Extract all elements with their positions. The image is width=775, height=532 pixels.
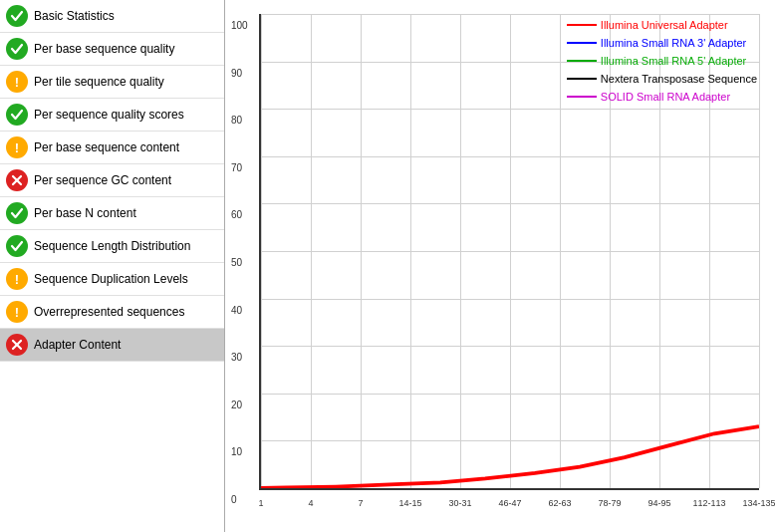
x-tick-7: 78-79 bbox=[598, 498, 621, 508]
y-tick-80: 80 bbox=[231, 115, 242, 126]
status-icon-sequence-duplication-levels: ! bbox=[6, 268, 28, 290]
sidebar-item-per-tile-sequence-quality[interactable]: !Per tile sequence quality bbox=[0, 66, 224, 99]
y-tick-30: 30 bbox=[231, 352, 242, 363]
svg-text:!: ! bbox=[15, 75, 19, 90]
x-tick-10: 134-135 bbox=[742, 498, 775, 508]
svg-point-11 bbox=[8, 237, 26, 255]
status-icon-basic-statistics bbox=[6, 5, 28, 27]
x-tick-5: 46-47 bbox=[498, 498, 521, 508]
sidebar-item-per-base-sequence-quality[interactable]: Per base sequence quality bbox=[0, 33, 224, 66]
status-icon-sequence-length-distribution bbox=[6, 235, 28, 257]
sidebar-label-overrepresented-sequences: Overrepresented sequences bbox=[34, 305, 184, 319]
sidebar: Basic StatisticsPer base sequence qualit… bbox=[0, 0, 225, 532]
svg-text:!: ! bbox=[15, 272, 19, 287]
legend-label-4: SOLID Small RNA Adapter bbox=[601, 88, 730, 106]
legend-item-3: Nextera Transposase Sequence bbox=[567, 70, 757, 88]
sidebar-label-adapter-content: Adapter Content bbox=[34, 338, 121, 352]
chart-legend: Illumina Universal AdapterIllumina Small… bbox=[567, 16, 757, 106]
y-tick-10: 10 bbox=[231, 446, 242, 457]
legend-label-0: Illumina Universal Adapter bbox=[601, 16, 728, 34]
sidebar-item-per-base-sequence-content[interactable]: !Per base sequence content bbox=[0, 132, 224, 164]
sidebar-label-basic-statistics: Basic Statistics bbox=[34, 9, 115, 23]
x-tick-6: 62-63 bbox=[548, 498, 571, 508]
status-icon-adapter-content bbox=[6, 334, 28, 356]
legend-item-1: Illumina Small RNA 3' Adapter bbox=[567, 34, 757, 52]
status-icon-per-tile-sequence-quality: ! bbox=[6, 71, 28, 93]
legend-line-3 bbox=[567, 78, 597, 80]
sidebar-item-sequence-length-distribution[interactable]: Sequence Length Distribution bbox=[0, 230, 224, 263]
sidebar-label-per-base-sequence-content: Per base sequence content bbox=[34, 140, 179, 154]
svg-point-1 bbox=[8, 40, 26, 58]
y-tick-50: 50 bbox=[231, 257, 242, 268]
chart-area: 010203040506070809010014714-1530-3146-47… bbox=[229, 10, 767, 524]
legend-line-1 bbox=[567, 42, 597, 44]
x-tick-2: 7 bbox=[358, 498, 363, 508]
main-content: 010203040506070809010014714-1530-3146-47… bbox=[225, 0, 775, 532]
svg-point-4 bbox=[8, 106, 26, 124]
legend-line-2 bbox=[567, 60, 597, 62]
status-icon-per-base-sequence-content: ! bbox=[6, 136, 28, 158]
y-tick-0: 0 bbox=[231, 494, 237, 505]
adapter-curve bbox=[261, 426, 759, 488]
sidebar-item-per-sequence-quality-scores[interactable]: Per sequence quality scores bbox=[0, 99, 224, 132]
y-tick-90: 90 bbox=[231, 67, 242, 78]
legend-label-2: Illumina Small RNA 5' Adapter bbox=[601, 52, 746, 70]
status-icon-overrepresented-sequences: ! bbox=[6, 301, 28, 323]
x-tick-0: 1 bbox=[258, 498, 263, 508]
status-icon-per-sequence-gc-content bbox=[6, 169, 28, 191]
x-tick-9: 112-113 bbox=[692, 498, 725, 508]
sidebar-label-per-sequence-quality-scores: Per sequence quality scores bbox=[34, 108, 184, 122]
sidebar-item-per-base-n-content[interactable]: Per base N content bbox=[0, 197, 224, 230]
x-tick-8: 94-95 bbox=[647, 498, 670, 508]
x-tick-1: 4 bbox=[308, 498, 313, 508]
svg-text:!: ! bbox=[15, 305, 19, 320]
svg-text:!: ! bbox=[15, 140, 19, 155]
legend-item-2: Illumina Small RNA 5' Adapter bbox=[567, 52, 757, 70]
sidebar-item-overrepresented-sequences[interactable]: !Overrepresented sequences bbox=[0, 296, 224, 329]
y-tick-70: 70 bbox=[231, 161, 242, 172]
sidebar-item-sequence-duplication-levels[interactable]: !Sequence Duplication Levels bbox=[0, 263, 224, 296]
svg-point-10 bbox=[8, 204, 26, 222]
legend-label-3: Nextera Transposase Sequence bbox=[601, 70, 757, 88]
legend-line-4 bbox=[567, 96, 597, 98]
x-tick-4: 30-31 bbox=[448, 498, 471, 508]
sidebar-item-adapter-content[interactable]: Adapter Content bbox=[0, 329, 224, 362]
sidebar-label-per-base-sequence-quality: Per base sequence quality bbox=[34, 42, 174, 56]
sidebar-label-sequence-duplication-levels: Sequence Duplication Levels bbox=[34, 272, 188, 286]
status-icon-per-base-sequence-quality bbox=[6, 38, 28, 60]
svg-point-0 bbox=[8, 7, 26, 25]
legend-label-1: Illumina Small RNA 3' Adapter bbox=[601, 34, 746, 52]
x-tick-3: 14-15 bbox=[398, 498, 421, 508]
status-icon-per-base-n-content bbox=[6, 202, 28, 224]
chart-container: 010203040506070809010014714-1530-3146-47… bbox=[229, 10, 767, 520]
sidebar-label-per-sequence-gc-content: Per sequence GC content bbox=[34, 173, 171, 187]
sidebar-label-per-base-n-content: Per base N content bbox=[34, 206, 136, 220]
x-grid-10 bbox=[759, 14, 760, 488]
status-icon-per-sequence-quality-scores bbox=[6, 104, 28, 126]
sidebar-label-per-tile-sequence-quality: Per tile sequence quality bbox=[34, 75, 164, 89]
legend-item-0: Illumina Universal Adapter bbox=[567, 16, 757, 34]
sidebar-item-per-sequence-gc-content[interactable]: Per sequence GC content bbox=[0, 164, 224, 197]
y-tick-60: 60 bbox=[231, 209, 242, 220]
y-tick-40: 40 bbox=[231, 304, 242, 315]
y-tick-20: 20 bbox=[231, 399, 242, 409]
sidebar-item-basic-statistics[interactable]: Basic Statistics bbox=[0, 0, 224, 33]
y-tick-100: 100 bbox=[231, 20, 248, 31]
sidebar-label-sequence-length-distribution: Sequence Length Distribution bbox=[34, 239, 190, 253]
legend-item-4: SOLID Small RNA Adapter bbox=[567, 88, 757, 106]
legend-line-0 bbox=[567, 24, 597, 26]
